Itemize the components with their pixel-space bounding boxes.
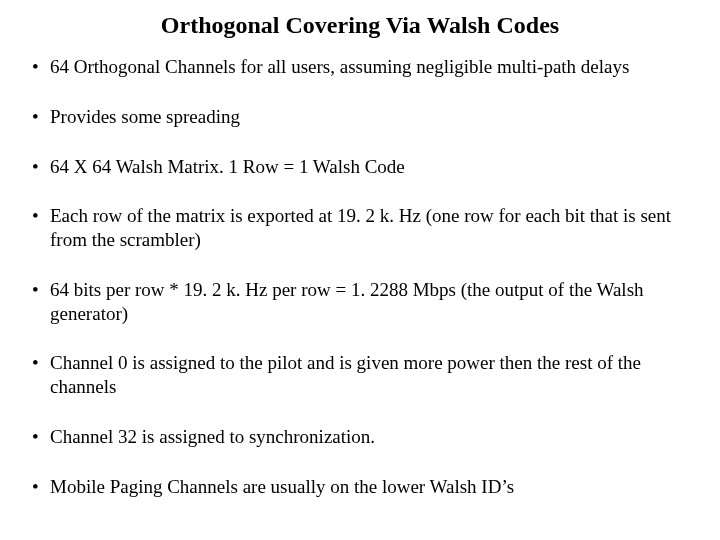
list-item: 64 Orthogonal Channels for all users, as… xyxy=(28,55,692,79)
bullet-list: 64 Orthogonal Channels for all users, as… xyxy=(28,55,692,498)
slide-title: Orthogonal Covering Via Walsh Codes xyxy=(28,12,692,39)
list-item: Each row of the matrix is exported at 19… xyxy=(28,204,692,252)
list-item: 64 bits per row * 19. 2 k. Hz per row = … xyxy=(28,278,692,326)
list-item: Mobile Paging Channels are usually on th… xyxy=(28,475,692,499)
list-item: Provides some spreading xyxy=(28,105,692,129)
slide: Orthogonal Covering Via Walsh Codes 64 O… xyxy=(0,0,720,540)
list-item: Channel 32 is assigned to synchronizatio… xyxy=(28,425,692,449)
list-item: Channel 0 is assigned to the pilot and i… xyxy=(28,351,692,399)
list-item: 64 X 64 Walsh Matrix. 1 Row = 1 Walsh Co… xyxy=(28,155,692,179)
